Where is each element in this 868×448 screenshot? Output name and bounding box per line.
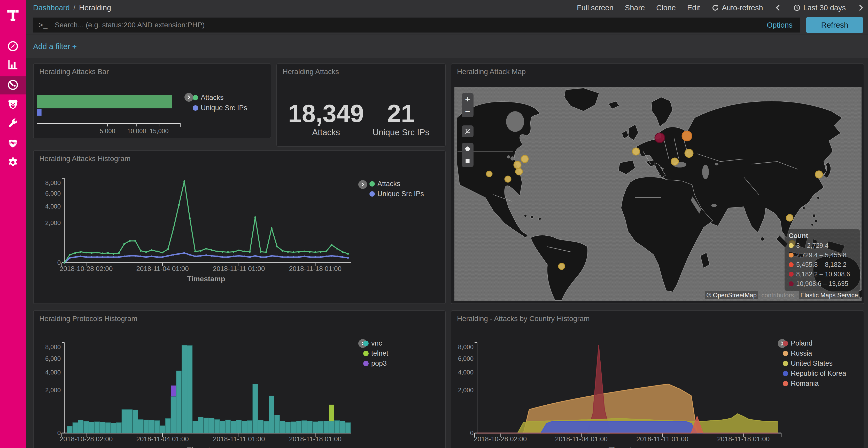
sidebar-item-monitoring[interactable] <box>0 136 26 152</box>
sidebar-item-dev-tools[interactable] <box>0 115 26 131</box>
panel-protocols-histogram: Heralding Protocols Histogram 02,0004,00… <box>33 310 445 448</box>
legend-item-russia[interactable]: Russia <box>783 348 846 358</box>
legend-label: pop3 <box>371 359 387 368</box>
legend-item-vnc[interactable]: vnc <box>363 338 388 348</box>
topnav-last-30-days[interactable]: Last 30 days <box>793 4 846 12</box>
legend-item-poland[interactable]: Poland <box>783 338 846 348</box>
panel-title: Heralding Attack Map <box>457 68 526 76</box>
legend-color-dot <box>783 341 788 346</box>
attack-location-circle[interactable] <box>559 263 565 269</box>
svg-text:0: 0 <box>470 429 473 436</box>
attack-location-circle[interactable] <box>682 131 692 141</box>
legend-color-dot <box>783 351 788 356</box>
topnav-clone[interactable]: Clone <box>656 4 676 12</box>
topnav-full-screen[interactable]: Full screen <box>577 4 614 12</box>
topnav-chevron-left-icon[interactable] <box>774 4 782 11</box>
fit-data-bounds-icon[interactable] <box>462 126 473 137</box>
topnav-auto-refresh[interactable]: Auto-refresh <box>711 4 763 12</box>
legend-label: telnet <box>371 349 388 357</box>
legend-color-dot <box>783 371 788 376</box>
sidebar-item-t-pot[interactable] <box>0 96 26 113</box>
attack-location-circle[interactable] <box>786 214 793 221</box>
zoom-in-button[interactable]: + <box>462 93 473 105</box>
attack-location-circle[interactable] <box>505 176 511 182</box>
protocols-histogram-chart[interactable]: 02,0004,0006,0008,0002018-10-28 02:00201… <box>34 311 445 448</box>
legend-color-dot <box>363 341 369 346</box>
legend-color-dot <box>789 281 794 286</box>
attack-location-circle[interactable] <box>516 168 522 175</box>
attack-location-circle[interactable] <box>514 161 521 169</box>
legend-item-telnet[interactable]: telnet <box>363 348 388 358</box>
legend-item-attacks[interactable]: Attacks <box>193 92 247 103</box>
legend-color-dot <box>789 253 794 257</box>
world-map[interactable]: + − Count 3 – 2,729.42,729.4 – 5,455.85,… <box>455 87 862 301</box>
options-link[interactable]: Options <box>767 21 793 29</box>
attack-location-circle[interactable] <box>685 149 693 158</box>
map-legend-item: 10,908.6 – 13,635 <box>789 279 856 288</box>
legend-item-attacks[interactable]: Attacks <box>369 179 424 189</box>
legend-item-pop3[interactable]: pop3 <box>363 358 388 369</box>
metric-label: Attacks <box>287 128 365 137</box>
refresh-cw-icon <box>711 4 719 12</box>
legend-rows: AttacksUnique Src IPs <box>193 92 247 113</box>
svg-text:Timestamp: Timestamp <box>187 446 225 448</box>
panel-title: Heralding - Attacks by Country Histogram <box>457 315 590 323</box>
draw-polygon-icon[interactable] <box>462 143 473 155</box>
elastic-maps-service-link[interactable]: Elastic Maps Service <box>799 291 860 299</box>
openstreetmap-link[interactable]: © OpenStreetMap <box>705 291 758 299</box>
legend-range-label: 8,182.2 – 10,908.6 <box>796 271 850 278</box>
attack-location-circle[interactable] <box>671 158 678 165</box>
breadcrumb-dashboard-link[interactable]: Dashboard <box>33 4 70 12</box>
attack-location-circle[interactable] <box>655 133 665 143</box>
legend-item-unique-src-ips[interactable]: Unique Src IPs <box>369 189 424 199</box>
sidebar-item-visualize[interactable] <box>0 57 26 73</box>
metric-value: 21 <box>362 101 440 126</box>
panel-country-histogram: Heralding - Attacks by Country Histogram… <box>451 310 864 448</box>
kibana-dashboard: Dashboard / Heralding Full screenShareCl… <box>0 0 868 448</box>
legend-rows: AttacksUnique Src IPs <box>369 179 424 199</box>
search-input[interactable] <box>54 21 767 29</box>
svg-text:2018-11-11 01:00: 2018-11-11 01:00 <box>213 265 265 273</box>
svg-text:2018-11-18 01:00: 2018-11-18 01:00 <box>289 265 342 273</box>
legend-item-republic-of-korea[interactable]: Republic of Korea <box>783 369 846 379</box>
compass-icon <box>7 40 19 53</box>
add-filter-link[interactable]: Add a filter+ <box>33 42 77 51</box>
sidebar-item-tmobile-logo[interactable] <box>0 4 26 27</box>
legend-label: Unique Src IPs <box>201 104 247 112</box>
svg-text:Timestamp: Timestamp <box>187 275 225 283</box>
legend-color-dot <box>369 181 375 186</box>
map-legend-item: 8,182.2 – 10,908.6 <box>789 269 856 279</box>
svg-text:4,000: 4,000 <box>45 369 61 376</box>
svg-text:2,000: 2,000 <box>458 387 473 393</box>
topnav-edit[interactable]: Edit <box>687 4 700 12</box>
legend-item-unique-src-ips[interactable]: Unique Src IPs <box>193 103 247 113</box>
sidebar-item-discover[interactable] <box>0 39 26 55</box>
sidebar-item-management[interactable] <box>0 155 26 171</box>
svg-text:Timestamp: Timestamp <box>609 446 647 448</box>
legend-color-dot <box>193 95 198 100</box>
map-legend-item: 5,455.8 – 8,182.2 <box>789 260 856 269</box>
svg-text:4,000: 4,000 <box>45 203 61 210</box>
sidebar-item-dashboard[interactable] <box>0 76 26 95</box>
refresh-button[interactable]: Refresh <box>806 17 863 33</box>
panel-attack-map: Heralding Attack Map + − Cou <box>451 64 864 304</box>
plus-icon: + <box>72 42 77 50</box>
draw-rectangle-icon[interactable] <box>462 155 473 167</box>
map-attribution: © OpenStreetMap contributors, Elastic Ma… <box>705 291 860 299</box>
attack-location-circle[interactable] <box>487 171 492 177</box>
topnav-chevron-right-icon[interactable] <box>857 4 864 11</box>
svg-text:2018-11-11 01:00: 2018-11-11 01:00 <box>636 435 688 443</box>
topnav-share[interactable]: Share <box>625 4 645 12</box>
svg-text:2018-11-11 01:00: 2018-11-11 01:00 <box>213 435 265 443</box>
zoom-out-button[interactable]: − <box>462 105 473 117</box>
legend-expand-icon[interactable] <box>184 93 193 102</box>
attack-location-circle[interactable] <box>521 156 528 163</box>
legend-item-romania[interactable]: Romania <box>783 379 846 389</box>
attacks-histogram-chart[interactable]: 02,0004,0006,0008,0002018-10-28 02:00201… <box>34 151 445 304</box>
legend-range-label: 10,908.6 – 13,635 <box>796 280 848 287</box>
attack-location-circle[interactable] <box>632 148 640 155</box>
attack-location-circle[interactable] <box>815 171 823 178</box>
legend-expand-icon[interactable] <box>358 180 367 189</box>
topnav-label: Auto-refresh <box>722 4 763 12</box>
legend-item-united-states[interactable]: United States <box>783 358 846 369</box>
